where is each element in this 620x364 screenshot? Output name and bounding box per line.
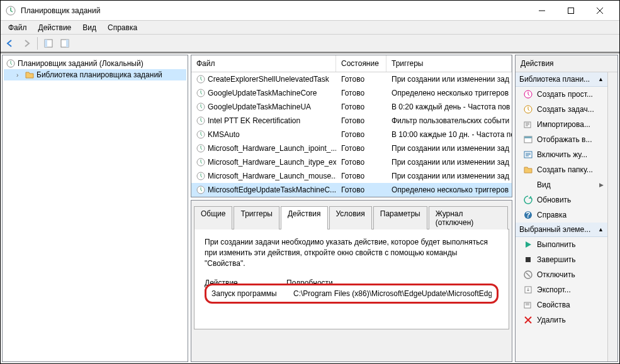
task-list: Файл Состояние Триггеры CreateExplorerSh… bbox=[191, 55, 512, 197]
task-name: KMSAuto bbox=[208, 130, 240, 139]
view-submenu-icon bbox=[523, 180, 533, 190]
task-trigger: Фильтр пользовательских событи bbox=[386, 115, 512, 126]
menu-view[interactable]: Вид bbox=[77, 22, 101, 33]
action-new-folder[interactable]: Создать папку... bbox=[516, 162, 607, 177]
action-enable-history[interactable]: Включить жу... bbox=[516, 147, 607, 162]
task-name: MicrosoftEdgeUpdateTaskMachineC... bbox=[208, 185, 336, 194]
task-trigger: При создании или изменении зад bbox=[386, 157, 512, 168]
task-name: Microsoft_Hardware_Launch_itype_exe bbox=[208, 158, 336, 167]
svg-text:?: ? bbox=[526, 211, 530, 219]
close-button[interactable] bbox=[585, 1, 614, 20]
action-import-task[interactable]: Импортирова... bbox=[516, 117, 607, 132]
maximize-button[interactable] bbox=[556, 1, 585, 20]
menu-file[interactable]: Файл bbox=[3, 22, 32, 33]
action-help[interactable]: ?Справка bbox=[516, 207, 607, 223]
task-row[interactable]: CreateExplorerShellUnelevatedTaskГотовоП… bbox=[191, 72, 512, 86]
action-create-task[interactable]: Создать задач... bbox=[516, 102, 607, 117]
task-name: GoogleUpdateTaskMachineUA bbox=[208, 102, 311, 111]
expander-icon[interactable]: › bbox=[16, 72, 23, 79]
col-state[interactable]: Состояние bbox=[336, 55, 386, 72]
actions-pane: Действия Библиотека плани... ▲ Создать п… bbox=[515, 55, 618, 362]
refresh-icon bbox=[523, 195, 533, 205]
action-display-running[interactable]: Отображать в... bbox=[516, 132, 607, 147]
svg-rect-24 bbox=[526, 257, 531, 262]
tree-library-label: Библиотека планировщика заданий bbox=[37, 70, 162, 79]
chevron-up-icon: ▲ bbox=[598, 76, 604, 82]
display-running-icon bbox=[523, 135, 533, 145]
center-pane: Файл Состояние Триггеры CreateExplorerSh… bbox=[191, 55, 512, 362]
task-state: Готово bbox=[336, 101, 386, 113]
end-icon bbox=[523, 255, 533, 265]
action-run[interactable]: Выполнить bbox=[516, 237, 607, 252]
toolbar-icon-2[interactable] bbox=[58, 36, 72, 50]
tab-settings[interactable]: Параметры bbox=[373, 206, 427, 229]
task-row[interactable]: Intel PTT EK RecertificationГотовоФильтр… bbox=[191, 114, 512, 128]
actions-title: Действия bbox=[516, 55, 617, 72]
detail-pane: Общие Триггеры Действия Условия Параметр… bbox=[191, 200, 512, 362]
tab-actions[interactable]: Действия bbox=[281, 206, 328, 229]
task-row[interactable]: Microsoft_Hardware_Launch_itype_exeГотов… bbox=[191, 155, 512, 169]
run-icon bbox=[523, 240, 533, 250]
minimize-button[interactable] bbox=[527, 1, 556, 20]
task-trigger: В 10:00 каждые 10 дн. - Частота по bbox=[386, 129, 512, 140]
scrollbar[interactable] bbox=[607, 72, 617, 361]
action-disable[interactable]: Отключить bbox=[516, 267, 607, 282]
chevron-up-icon: ▲ bbox=[598, 226, 604, 233]
detail-tabs: Общие Триггеры Действия Условия Параметр… bbox=[194, 206, 509, 229]
scheduler-icon bbox=[6, 59, 15, 68]
task-row[interactable]: MicrosoftEdgeUpdateTaskMachineC...Готово… bbox=[191, 183, 512, 197]
back-button[interactable] bbox=[3, 36, 17, 50]
task-trigger: При создании или изменении зад bbox=[386, 170, 512, 182]
enable-history-icon bbox=[523, 150, 533, 160]
properties-icon bbox=[523, 300, 533, 310]
menu-action[interactable]: Действие bbox=[33, 22, 77, 33]
task-state: Готово bbox=[336, 115, 386, 126]
task-name: GoogleUpdateTaskMachineCore bbox=[208, 89, 317, 97]
task-name: Microsoft_Hardware_Launch_ipoint_... bbox=[208, 144, 336, 153]
action-row-highlighted[interactable]: Запуск программы C:\Program Files (x86)\… bbox=[205, 284, 499, 304]
task-state: Готово bbox=[336, 74, 386, 85]
tree-root[interactable]: Планировщик заданий (Локальный) bbox=[4, 58, 186, 69]
actions-group-selected[interactable]: Выбранный элеме... ▲ bbox=[516, 223, 607, 237]
disable-icon bbox=[523, 270, 533, 280]
svg-rect-1 bbox=[568, 8, 574, 13]
toolbar-icon-1[interactable] bbox=[42, 36, 55, 50]
task-name: Microsoft_Hardware_Launch_mouse... bbox=[208, 172, 336, 180]
tree-root-label: Планировщик заданий (Локальный) bbox=[18, 59, 144, 68]
col-name[interactable]: Файл bbox=[191, 55, 336, 72]
task-trigger: При создании или изменении зад bbox=[386, 74, 512, 85]
task-row[interactable]: GoogleUpdateTaskMachineCoreГотовоОпредел… bbox=[191, 86, 512, 100]
action-end[interactable]: Завершить bbox=[516, 252, 607, 267]
task-row[interactable]: KMSAutoГотовоВ 10:00 каждые 10 дн. - Час… bbox=[191, 128, 512, 141]
task-row[interactable]: Microsoft_Hardware_Launch_mouse...Готово… bbox=[191, 169, 512, 183]
menu-help[interactable]: Справка bbox=[103, 22, 142, 33]
action-create-basic-task[interactable]: Создать прост... bbox=[516, 87, 607, 102]
tab-general[interactable]: Общие bbox=[194, 206, 232, 229]
task-name: Intel PTT EK Recertification bbox=[208, 116, 300, 125]
action-refresh[interactable]: Обновить bbox=[516, 192, 607, 207]
task-list-header: Файл Состояние Триггеры bbox=[191, 55, 512, 72]
task-trigger: В 0:20 каждый день - Частота пов bbox=[386, 101, 512, 113]
action-export[interactable]: Экспорт... bbox=[516, 282, 607, 297]
action-properties[interactable]: Свойства bbox=[516, 297, 607, 312]
tree-library[interactable]: › Библиотека планировщика заданий bbox=[4, 69, 186, 80]
action-view-submenu[interactable]: Вид▶ bbox=[516, 177, 607, 192]
actions-group-library[interactable]: Библиотека плани... ▲ bbox=[516, 72, 607, 87]
toolbar bbox=[1, 35, 619, 52]
new-folder-icon bbox=[523, 165, 533, 175]
task-name: CreateExplorerShellUnelevatedTask bbox=[208, 75, 329, 84]
action-delete[interactable]: Удалить bbox=[516, 312, 607, 328]
window-title: Планировщик заданий bbox=[21, 6, 527, 15]
task-state: Готово bbox=[336, 87, 386, 99]
task-row[interactable]: Microsoft_Hardware_Launch_ipoint_...Гото… bbox=[191, 141, 512, 155]
tab-triggers[interactable]: Триггеры bbox=[234, 206, 279, 229]
tab-body: При создании задачи необходимо указать д… bbox=[194, 229, 509, 329]
menu-bar: Файл Действие Вид Справка bbox=[1, 21, 619, 35]
folder-icon bbox=[25, 70, 34, 79]
svg-rect-3 bbox=[45, 40, 47, 47]
col-triggers[interactable]: Триггеры bbox=[386, 55, 512, 72]
task-row[interactable]: GoogleUpdateTaskMachineUAГотовоВ 0:20 ка… bbox=[191, 100, 512, 114]
forward-button[interactable] bbox=[20, 36, 33, 50]
tab-conditions[interactable]: Условия bbox=[329, 206, 372, 229]
tab-history[interactable]: Журнал (отключен) bbox=[429, 206, 508, 229]
